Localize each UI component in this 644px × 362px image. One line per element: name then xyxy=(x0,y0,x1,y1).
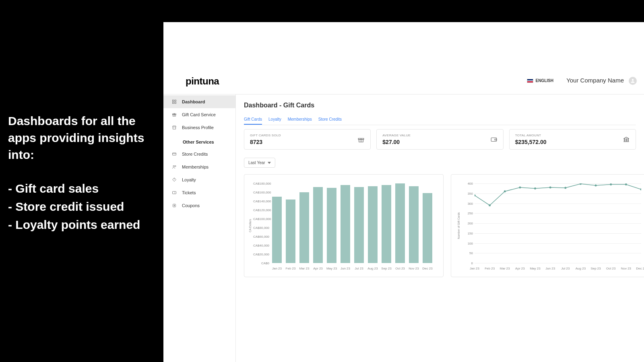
bar-xtick: Aug 23 xyxy=(367,267,378,270)
stat-card-total: TOTAL AMOUNT $235,572.00 xyxy=(509,129,636,150)
line-xtick: Mar 23 xyxy=(500,267,510,270)
sidebar-item-memberships[interactable]: Memberships xyxy=(163,160,235,173)
line-xtick: Sep 23 xyxy=(590,267,601,270)
line-chart: Number of Gift Cards 0501001502002503003… xyxy=(456,179,644,272)
sidebar-item-dashboard[interactable]: Dashboard xyxy=(163,95,235,108)
stat-value: $235,572.00 xyxy=(515,139,547,145)
bar-ytick: CA$0 xyxy=(253,261,269,265)
svg-rect-20 xyxy=(491,138,497,141)
bar-ytick: CA$160,000 xyxy=(253,191,269,194)
users-icon xyxy=(171,164,177,170)
line-ytick: 0 xyxy=(458,261,473,265)
sidebar-item-storecredits[interactable]: Store Credits xyxy=(163,148,235,160)
stat-cards: GIFT CARDS SOLD 8723 AVERAGE VALUE $27.0… xyxy=(244,129,636,150)
line-xtick: Apr 23 xyxy=(515,267,525,270)
bar xyxy=(341,185,350,263)
svg-point-28 xyxy=(504,190,506,192)
bar-xtick: Mar 23 xyxy=(299,267,310,270)
svg-point-37 xyxy=(640,188,642,190)
line-ytick: 150 xyxy=(458,231,473,235)
line-xtick: Dec 23 xyxy=(636,267,644,270)
sidebar-item-giftcard[interactable]: Gift Card Service xyxy=(163,108,235,121)
charts-row: CA Dollars CA$0CA$20,000CA$40,000CA$60,0… xyxy=(244,174,636,277)
sidebar-item-business[interactable]: Business Profile xyxy=(163,121,235,134)
bar-ytick: CA$80,000 xyxy=(253,226,269,230)
bar xyxy=(286,200,295,263)
tab-loyalty[interactable]: Loyalty xyxy=(268,115,281,125)
bar xyxy=(354,187,364,263)
sidebar-item-tickets[interactable]: Tickets xyxy=(163,186,235,199)
line-ytick: 50 xyxy=(458,251,473,255)
tab-giftcards[interactable]: Gift Cards xyxy=(244,115,262,125)
line-xtick: Aug 23 xyxy=(576,267,586,270)
bar-xtick: Sep 23 xyxy=(381,267,391,270)
bar-xtick: Jan 23 xyxy=(272,267,282,270)
bar-xtick: Apr 23 xyxy=(313,267,323,270)
line-chart-card: Number of Gift Cards 0501001502002503003… xyxy=(451,174,644,277)
line-xtick: Oct 23 xyxy=(606,267,616,270)
wallet-icon xyxy=(490,136,497,143)
app-body: Dashboard Gift Card Service Business Pro… xyxy=(163,95,644,362)
language-selector[interactable]: ENGLISH xyxy=(527,78,553,83)
svg-point-36 xyxy=(625,183,627,185)
svg-rect-24 xyxy=(628,138,629,141)
dollar-icon xyxy=(171,203,177,208)
stat-value: $27.00 xyxy=(382,139,411,145)
sidebar-item-label: Business Profile xyxy=(182,125,214,130)
user-avatar[interactable] xyxy=(629,77,637,85)
app-logo[interactable]: pintuna xyxy=(186,76,219,87)
svg-rect-21 xyxy=(495,139,497,140)
sidebar-item-coupons[interactable]: Coupons xyxy=(163,199,235,212)
svg-point-13 xyxy=(174,179,175,179)
bank-icon xyxy=(623,136,630,143)
svg-point-32 xyxy=(564,187,566,189)
time-filter-dropdown[interactable]: Last Year xyxy=(244,158,275,168)
line-ytick: 400 xyxy=(458,182,473,185)
svg-rect-23 xyxy=(626,138,627,141)
line-xtick: Nov 23 xyxy=(621,267,631,270)
svg-point-12 xyxy=(175,166,176,167)
line-ytick: 200 xyxy=(458,222,473,225)
line-ytick: 300 xyxy=(458,202,473,205)
svg-point-27 xyxy=(489,204,491,206)
bar-ytick: CA$20,000 xyxy=(253,253,269,256)
sidebar-nav: Dashboard Gift Card Service Business Pro… xyxy=(163,95,236,362)
sidebar-item-label: Coupons xyxy=(182,203,200,208)
bar xyxy=(313,187,323,263)
bar xyxy=(327,188,336,263)
line-ytick: 100 xyxy=(458,241,473,245)
line-xtick: May 23 xyxy=(530,267,540,270)
bar-ytick: CA$180,000 xyxy=(253,182,269,185)
flag-icon xyxy=(527,79,533,83)
store-icon xyxy=(171,125,177,130)
tab-storecredits[interactable]: Store Credits xyxy=(318,115,342,125)
bar-ytick: CA$140,000 xyxy=(253,200,269,203)
svg-point-33 xyxy=(580,183,582,185)
bar-chart-ylabel: CA Dollars xyxy=(249,219,252,232)
bar-xtick: May 23 xyxy=(326,267,337,270)
bar xyxy=(423,193,432,263)
person-icon xyxy=(630,78,636,84)
stat-card-average: AVERAGE VALUE $27.00 xyxy=(376,129,503,150)
filter-label: Last Year xyxy=(248,160,265,165)
bar xyxy=(409,186,419,263)
svg-rect-1 xyxy=(173,100,174,102)
ticket-icon xyxy=(171,190,177,195)
chevron-down-icon xyxy=(268,162,271,164)
svg-rect-8 xyxy=(173,127,176,130)
company-name: Your Company Name xyxy=(566,77,624,84)
tab-memberships[interactable]: Memberships xyxy=(288,115,312,125)
stat-card-sold: GIFT CARDS SOLD 8723 xyxy=(244,129,371,150)
bar-xtick: Dec 23 xyxy=(422,267,432,270)
promo-sidebar: Dashboards for all the apps providing in… xyxy=(0,0,163,362)
bar-xtick: Nov 23 xyxy=(409,267,419,270)
app-frame: pintuna ENGLISH Your Company Name Dashbo… xyxy=(163,22,644,362)
sidebar-item-label: Gift Card Service xyxy=(182,112,216,117)
promo-bullets: - Gift card sales - Store credit issued … xyxy=(8,179,155,234)
svg-point-0 xyxy=(632,79,634,81)
sidebar-item-label: Tickets xyxy=(182,190,196,195)
sidebar-item-loyalty[interactable]: Loyalty xyxy=(163,173,235,186)
svg-rect-4 xyxy=(175,102,176,104)
bar xyxy=(395,183,405,263)
bar-ytick: CA$40,000 xyxy=(253,244,269,247)
